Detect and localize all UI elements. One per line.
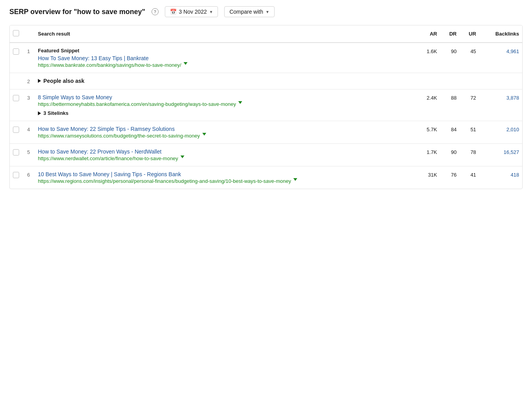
result-title-link[interactable]: How To Save Money: 13 Easy Tips | Bankra… [38, 55, 413, 61]
dr-cell: 90 [440, 144, 460, 166]
dr-cell: 88 [440, 89, 460, 121]
result-url-text: https://www.ramseysolutions.com/budgetin… [38, 133, 200, 139]
backlinks-cell[interactable]: 2,010 [479, 121, 522, 144]
people-also-ask-cell: People also ask [35, 73, 416, 89]
row-checkbox[interactable] [13, 149, 19, 155]
result-content-cell: How to Save Money: 22 Simple Tips - Rams… [35, 121, 416, 144]
checkbox-cell[interactable] [10, 144, 22, 166]
select-all-checkbox[interactable] [13, 30, 19, 36]
checkbox-cell[interactable] [10, 121, 22, 144]
result-url: https://www.regions.com/insights/persona… [38, 178, 413, 184]
result-url: https://www.nerdwallet.com/article/finan… [38, 155, 413, 161]
result-url-text: https://www.bankrate.com/banking/savings… [38, 62, 181, 68]
serp-table-container: Search result AR DR UR Backlinks 1 Featu… [9, 25, 523, 189]
row-checkbox[interactable] [13, 127, 19, 133]
ur-cell: 72 [460, 89, 479, 121]
table-header-row: Search result AR DR UR Backlinks [10, 25, 522, 43]
ar-cell: 1.6K [416, 43, 440, 73]
table-row: 1 Featured Snippet How To Save Money: 13… [10, 43, 522, 73]
dr-cell [440, 73, 460, 89]
date-picker-button[interactable]: 📅 3 Nov 2022 ▼ [165, 6, 218, 17]
rank-cell: 1 [22, 43, 35, 73]
serp-table: Search result AR DR UR Backlinks 1 Featu… [10, 25, 522, 189]
people-also-ask-text: People also ask [43, 78, 84, 84]
ar-cell: 5.7K [416, 121, 440, 144]
backlinks-cell[interactable]: 16,527 [479, 144, 522, 166]
url-dropdown-icon[interactable] [180, 155, 184, 158]
table-row: 6 10 Best Ways to Save Money | Saving Ti… [10, 166, 522, 189]
ar-cell [416, 73, 440, 89]
page-title: SERP overview for "how to save money" [9, 8, 145, 16]
result-content-cell: Featured Snippet How To Save Money: 13 E… [35, 43, 416, 73]
chevron-down-icon: ▼ [209, 10, 213, 14]
ur-cell: 41 [460, 166, 479, 189]
checkbox-cell[interactable] [10, 166, 22, 189]
header-search-result: Search result [35, 25, 416, 43]
header-dr: DR [440, 25, 460, 43]
url-dropdown-icon[interactable] [184, 62, 187, 65]
url-dropdown-icon[interactable] [202, 133, 206, 136]
checkbox-cell[interactable] [10, 43, 22, 73]
people-also-ask-label[interactable]: People also ask [38, 78, 413, 84]
result-url-text: https://www.nerdwallet.com/article/finan… [38, 155, 178, 161]
page-header: SERP overview for "how to save money" ? … [9, 6, 523, 25]
result-content-cell: 8 Simple Ways to Save Money https://bett… [35, 89, 416, 121]
ur-cell: 45 [460, 43, 479, 73]
backlinks-cell[interactable]: 418 [479, 166, 522, 189]
ar-cell: 31K [416, 166, 440, 189]
backlinks-cell[interactable]: 3,878 [479, 89, 522, 121]
triangle-right-icon [38, 79, 41, 83]
dr-cell: 84 [440, 121, 460, 144]
result-url-text: https://bettermoneyhabits.bankofamerica.… [38, 101, 236, 107]
table-row: 4 How to Save Money: 22 Simple Tips - Ra… [10, 121, 522, 144]
header-ur: UR [460, 25, 479, 43]
result-url-text: https://www.regions.com/insights/persona… [38, 178, 291, 184]
calendar-icon: 📅 [170, 9, 177, 15]
dr-cell: 76 [440, 166, 460, 189]
ur-cell: 78 [460, 144, 479, 166]
result-title-link[interactable]: How to Save Money: 22 Simple Tips - Rams… [38, 126, 413, 132]
result-url: https://www.bankrate.com/banking/savings… [38, 62, 413, 68]
result-title-link[interactable]: 10 Best Ways to Save Money | Saving Tips… [38, 171, 413, 177]
ur-cell [460, 73, 479, 89]
featured-snippet-label: Featured Snippet [38, 48, 413, 54]
result-content-cell: 10 Best Ways to Save Money | Saving Tips… [35, 166, 416, 189]
ar-cell: 1.7K [416, 144, 440, 166]
rank-cell: 4 [22, 121, 35, 144]
sitelinks-label[interactable]: 3 Sitelinks [38, 110, 413, 116]
backlinks-cell [479, 73, 522, 89]
rank-cell: 2 [22, 73, 35, 89]
row-checkbox[interactable] [13, 172, 19, 178]
triangle-right-icon [38, 111, 41, 115]
row-checkbox[interactable] [13, 95, 19, 101]
compare-label: Compare with [229, 9, 263, 15]
result-content-cell: How to Save Money: 22 Proven Ways - Nerd… [35, 144, 416, 166]
ur-cell: 51 [460, 121, 479, 144]
compare-with-button[interactable]: Compare with ▼ [224, 6, 274, 17]
result-url: https://bettermoneyhabits.bankofamerica.… [38, 101, 413, 107]
header-backlinks: Backlinks [479, 25, 522, 43]
header-rank-cell [22, 25, 35, 43]
date-label: 3 Nov 2022 [179, 9, 207, 15]
header-ar: AR [416, 25, 440, 43]
table-row: 2 People also ask [10, 73, 522, 89]
table-row: 5 How to Save Money: 22 Proven Ways - Ne… [10, 144, 522, 166]
backlinks-cell[interactable]: 4,961 [479, 43, 522, 73]
rank-cell: 6 [22, 166, 35, 189]
url-dropdown-icon[interactable] [293, 178, 297, 181]
url-dropdown-icon[interactable] [238, 101, 242, 104]
ar-cell: 2.4K [416, 89, 440, 121]
rank-cell: 3 [22, 89, 35, 121]
help-icon[interactable]: ? [152, 8, 159, 15]
checkbox-cell [10, 73, 22, 89]
result-title-link[interactable]: How to Save Money: 22 Proven Ways - Nerd… [38, 148, 413, 155]
result-title-link[interactable]: 8 Simple Ways to Save Money [38, 94, 413, 100]
rank-cell: 5 [22, 144, 35, 166]
table-row: 3 8 Simple Ways to Save Money https://be… [10, 89, 522, 121]
dr-cell: 90 [440, 43, 460, 73]
result-url: https://www.ramseysolutions.com/budgetin… [38, 133, 413, 139]
checkbox-cell[interactable] [10, 89, 22, 121]
sitelinks-text: 3 Sitelinks [43, 110, 68, 116]
row-checkbox[interactable] [13, 48, 19, 55]
header-checkbox-cell[interactable] [10, 25, 22, 43]
